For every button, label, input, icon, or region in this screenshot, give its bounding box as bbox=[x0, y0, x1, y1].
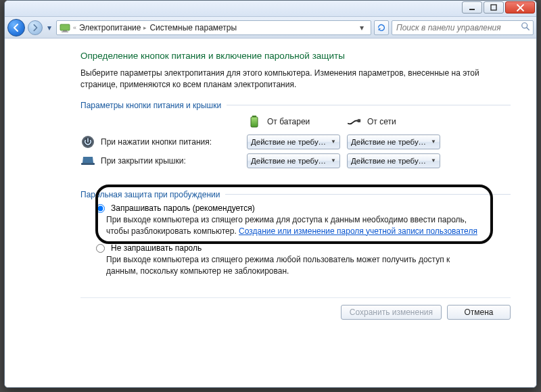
section-buttons-lid: Параметры кнопки питания и крышки bbox=[80, 101, 511, 110]
laptop-icon bbox=[80, 153, 95, 168]
svg-rect-8 bbox=[358, 119, 361, 122]
content-area: Определение кнопок питания и включение п… bbox=[5, 39, 536, 387]
lid-close-ac-select[interactable]: Действие не требуется ▼ bbox=[347, 153, 440, 168]
radio-no-password[interactable]: Не запрашивать пароль bbox=[93, 243, 511, 253]
divider bbox=[225, 194, 511, 195]
chevron-right-icon: ▸ bbox=[143, 24, 147, 31]
radio-require-password-input[interactable] bbox=[96, 204, 105, 213]
row-lid-close-label: При закрытии крышки: bbox=[101, 156, 186, 166]
power-button-battery-select[interactable]: Действие не требуется ▼ bbox=[247, 134, 340, 149]
chevron-down-icon: ▼ bbox=[331, 139, 336, 145]
radio-require-password[interactable]: Запрашивать пароль (рекомендуется) bbox=[93, 203, 511, 213]
save-button[interactable]: Сохранить изменения bbox=[341, 305, 442, 320]
address-dropdown-icon[interactable]: ▾ bbox=[356, 21, 368, 34]
power-button-icon bbox=[80, 134, 95, 149]
no-password-desc: При выходе компьютера из спящего режима … bbox=[106, 254, 479, 277]
close-button[interactable] bbox=[505, 1, 535, 14]
svg-rect-0 bbox=[469, 9, 475, 10]
cancel-button[interactable]: Отмена bbox=[447, 305, 511, 320]
breadcrumb-item-power[interactable]: Электропитание bbox=[79, 23, 141, 32]
section-password: Парольная защита при пробуждении bbox=[80, 190, 511, 199]
maximize-button[interactable] bbox=[484, 1, 504, 14]
col-ac-label: От сети bbox=[367, 117, 396, 126]
create-change-password-link[interactable]: Создание или изменение пароля учетной за… bbox=[239, 226, 477, 236]
chevron-down-icon: ▼ bbox=[431, 139, 436, 145]
lid-close-battery-select[interactable]: Действие не требуется ▼ bbox=[247, 153, 340, 168]
battery-icon bbox=[247, 114, 262, 129]
address-bar: ▾ « Электропитание ▸ Системные параметры… bbox=[5, 17, 536, 39]
radio-require-password-label: Запрашивать пароль (рекомендуется) bbox=[111, 203, 255, 213]
minimize-button[interactable] bbox=[462, 1, 482, 14]
titlebar bbox=[5, 1, 536, 17]
nav-back-button[interactable] bbox=[7, 19, 25, 36]
search-input[interactable] bbox=[395, 22, 521, 33]
svg-rect-11 bbox=[81, 163, 95, 165]
row-power-button-label: При нажатии кнопки питания: bbox=[101, 137, 212, 147]
breadcrumb-item-system[interactable]: Системные параметры bbox=[149, 23, 237, 32]
svg-rect-1 bbox=[491, 5, 496, 10]
row-power-button: При нажатии кнопки питания: Действие не … bbox=[80, 134, 511, 149]
footer-buttons: Сохранить изменения Отмена bbox=[80, 305, 511, 324]
section-buttons-label: Параметры кнопки питания и крышки bbox=[80, 101, 221, 110]
svg-rect-3 bbox=[63, 30, 67, 32]
radio-no-password-input[interactable] bbox=[96, 244, 105, 253]
window-frame: ▾ « Электропитание ▸ Системные параметры… bbox=[4, 0, 537, 388]
chevron-down-icon: ▼ bbox=[331, 157, 336, 164]
chevron-right-icon: « bbox=[73, 24, 76, 31]
ac-plug-icon bbox=[347, 114, 362, 129]
refresh-button[interactable] bbox=[374, 20, 389, 35]
footer-divider bbox=[80, 297, 511, 298]
svg-rect-2 bbox=[60, 24, 70, 30]
search-box[interactable] bbox=[392, 20, 534, 35]
search-icon bbox=[521, 22, 530, 33]
svg-rect-4 bbox=[62, 31, 68, 32]
page-intro: Выберите параметры электропитания для эт… bbox=[80, 68, 511, 91]
row-lid-close: При закрытии крышки: Действие не требует… bbox=[80, 153, 511, 168]
page-title: Определение кнопок питания и включение п… bbox=[80, 51, 511, 61]
section-password-label: Парольная защита при пробуждении bbox=[80, 190, 220, 199]
nav-forward-button[interactable] bbox=[28, 20, 43, 35]
control-panel-icon bbox=[60, 22, 70, 33]
require-password-desc: При выходе компьютера из спящего режима … bbox=[106, 214, 479, 237]
col-battery-label: От батареи bbox=[267, 117, 310, 126]
radio-no-password-label: Не запрашивать пароль bbox=[111, 243, 202, 253]
columns-header: От батареи От сети bbox=[80, 114, 511, 129]
power-button-ac-select[interactable]: Действие не требуется ▼ bbox=[347, 134, 440, 149]
nav-history-dropdown[interactable]: ▾ bbox=[45, 19, 53, 36]
breadcrumb-address[interactable]: « Электропитание ▸ Системные параметры ▾ bbox=[56, 20, 371, 35]
svg-rect-7 bbox=[251, 117, 258, 127]
chevron-down-icon: ▼ bbox=[431, 157, 436, 164]
divider bbox=[227, 105, 511, 105]
